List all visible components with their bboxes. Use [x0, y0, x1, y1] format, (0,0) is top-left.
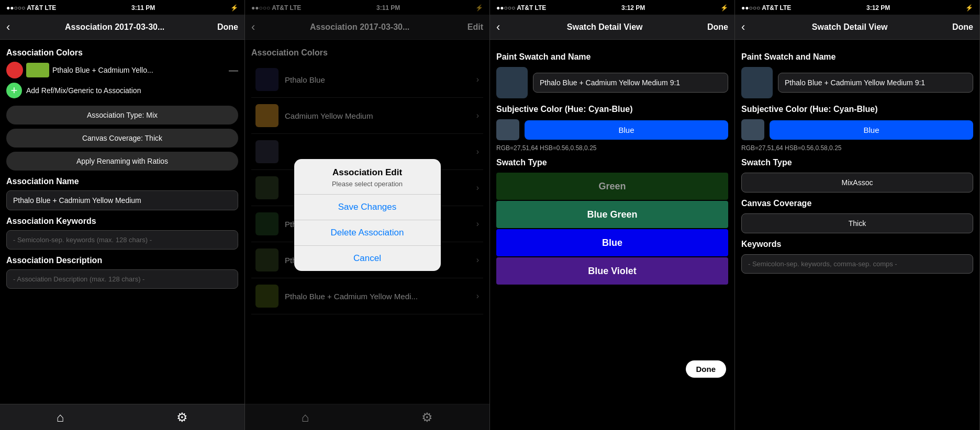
- desc-label-1: Association Description: [6, 256, 238, 265]
- status-center-3: 3:12 PM: [621, 4, 645, 12]
- modal-subtitle: Please select operation: [294, 180, 441, 194]
- keywords-value-4: - Semicolon-sep. keywords, comma-sep. co…: [741, 254, 973, 274]
- subj-label-box-4: Blue: [770, 120, 973, 140]
- keywords-label-4: Keywords: [741, 240, 973, 249]
- paint-name-box-3: Pthalo Blue + Cadmium Yellow Medium 9:1: [533, 73, 728, 93]
- screen1: ●●○○○ AT&T LTE 3:11 PM ⚡ ‹ Association 2…: [0, 0, 245, 430]
- strip-blue-violet: Blue Violet: [496, 257, 728, 285]
- nav-title-3: Swatch Detail View: [502, 22, 707, 32]
- paint-name-box-4: Pthalo Blue + Cadmium Yellow Medium 9:1: [778, 73, 973, 93]
- assoc-name-input[interactable]: Pthalo Blue + Cadmium Yellow Medium: [6, 190, 238, 210]
- status-bar-3: ●●○○○ AT&T LTE 3:12 PM ⚡: [490, 0, 734, 15]
- swatch-type-hint-3: Swatch Type: [496, 158, 728, 167]
- canvas-coverage-label-4: Canvas Coverage: [741, 199, 973, 208]
- settings-tab-1[interactable]: ⚙: [176, 410, 188, 425]
- done-float-btn[interactable]: Done: [686, 360, 727, 378]
- status-center-4: 3:12 PM: [866, 4, 890, 12]
- screen1-content: Association Colors Pthalo Blue + Cadmium…: [0, 40, 244, 404]
- subj-label-box-3: Blue: [525, 120, 728, 140]
- add-icon[interactable]: +: [6, 83, 22, 98]
- assoc-name-label: Association Name: [6, 177, 238, 186]
- canvas-coverage-btn[interactable]: Canvas Coverage: Thick: [6, 129, 238, 148]
- color-row-red: Pthalo Blue + Cadmium Yello... —: [6, 62, 238, 78]
- status-bar-4: ●●○○○ AT&T LTE 3:12 PM ⚡: [735, 0, 979, 15]
- status-right-3: ⚡: [720, 4, 728, 12]
- paint-swatch-box-3: [496, 67, 528, 98]
- delete-association-btn[interactable]: Delete Association: [294, 220, 441, 246]
- screen2: ●●○○○ AT&T LTE 3:11 PM ⚡ ‹ Association 2…: [245, 0, 490, 430]
- strip-green: Green: [496, 173, 728, 200]
- status-bar-1: ●●○○○ AT&T LTE 3:11 PM ⚡: [0, 0, 244, 15]
- subjective-label-3: Subjective Color (Hue: Cyan-Blue): [496, 105, 728, 114]
- nav-title-1: Association 2017-03-30...: [12, 22, 217, 32]
- swatch-label-1: Pthalo Blue + Cadmium Yello...: [52, 66, 226, 74]
- status-left-4: ●●○○○ AT&T LTE: [741, 4, 791, 12]
- status-center-1: 3:11 PM: [131, 4, 155, 12]
- back-button-3[interactable]: ‹: [496, 20, 500, 34]
- apply-renaming-btn[interactable]: Apply Renaming with Ratios: [6, 152, 238, 171]
- nav-bar-1: ‹ Association 2017-03-30... Done: [0, 15, 244, 40]
- section-assoc-colors-1: Association Colors: [6, 48, 238, 58]
- nav-done-4[interactable]: Done: [952, 22, 973, 32]
- assoc-type-btn[interactable]: Association Type: Mix: [6, 106, 238, 125]
- screen4-content: Paint Swatch and Name Pthalo Blue + Cadm…: [735, 40, 979, 430]
- add-label-1: Add Ref/Mix/Generic to Association: [26, 86, 141, 95]
- paint-swatch-label-3: Paint Swatch and Name: [496, 52, 728, 62]
- swatch-red: [6, 62, 23, 78]
- keywords-label-1: Association Keywords: [6, 217, 238, 226]
- subjective-label-4: Subjective Color (Hue: Cyan-Blue): [741, 105, 973, 114]
- save-changes-btn[interactable]: Save Changes: [294, 195, 441, 220]
- modal-overlay: Association Edit Please select operation…: [245, 0, 489, 430]
- screen4: ●●○○○ AT&T LTE 3:12 PM ⚡ ‹ Swatch Detail…: [735, 0, 980, 430]
- keywords-input-1[interactable]: - Semicolon-sep. keywords (max. 128 char…: [6, 230, 238, 250]
- back-button-1[interactable]: ‹: [6, 20, 10, 34]
- nav-bar-4: ‹ Swatch Detail View Done: [735, 15, 979, 40]
- status-left-1: ●●○○○ AT&T LTE: [6, 4, 56, 12]
- subj-swatch-3: [496, 119, 519, 140]
- nav-done-1[interactable]: Done: [217, 22, 238, 32]
- status-left-3: ●●○○○ AT&T LTE: [496, 4, 546, 12]
- back-button-4[interactable]: ‹: [741, 20, 745, 34]
- swatch-dash: —: [229, 65, 238, 76]
- paint-swatch-box-4: [741, 67, 773, 98]
- strip-blue-green: Blue Green: [496, 201, 728, 228]
- swatch-type-value-4: MixAssoc: [741, 173, 973, 193]
- swatch-type-label-4: Swatch Type: [741, 158, 973, 167]
- nav-bar-3: ‹ Swatch Detail View Done: [490, 15, 734, 40]
- rgb-label-4: RGB=27,51,64 HSB=0.56,0.58,0.25: [741, 144, 973, 152]
- rgb-label-3: RGB=27,51,64 HSB=0.56,0.58,0.25: [496, 144, 728, 152]
- subjective-row-3: Blue: [496, 119, 728, 140]
- status-right-4: ⚡: [965, 4, 973, 12]
- nav-done-3[interactable]: Done: [707, 22, 728, 32]
- add-row-1[interactable]: + Add Ref/Mix/Generic to Association: [6, 83, 238, 98]
- done-overlay: Done: [686, 360, 727, 378]
- subjective-row-4: Blue: [741, 119, 973, 140]
- canvas-coverage-value-4: Thick: [741, 213, 973, 233]
- cancel-btn[interactable]: Cancel: [294, 246, 441, 271]
- home-tab-1[interactable]: ⌂: [57, 410, 64, 425]
- modal-box: Association Edit Please select operation…: [294, 159, 441, 271]
- swatch-green: [26, 63, 49, 77]
- paint-swatch-label-4: Paint Swatch and Name: [741, 52, 973, 62]
- nav-title-4: Swatch Detail View: [747, 22, 952, 32]
- status-right-1: ⚡: [230, 4, 238, 12]
- modal-title: Association Edit: [294, 159, 441, 180]
- subj-swatch-4: [741, 119, 764, 140]
- paint-swatch-row-4: Pthalo Blue + Cadmium Yellow Medium 9:1: [741, 67, 973, 98]
- desc-input-1[interactable]: - Association Description (max. 128 char…: [6, 269, 238, 289]
- paint-swatch-row-3: Pthalo Blue + Cadmium Yellow Medium 9:1: [496, 67, 728, 98]
- strip-blue: Blue: [496, 229, 728, 256]
- screen3: ●●○○○ AT&T LTE 3:12 PM ⚡ ‹ Swatch Detail…: [490, 0, 735, 430]
- tab-bar-1: ⌂ ⚙: [0, 404, 244, 430]
